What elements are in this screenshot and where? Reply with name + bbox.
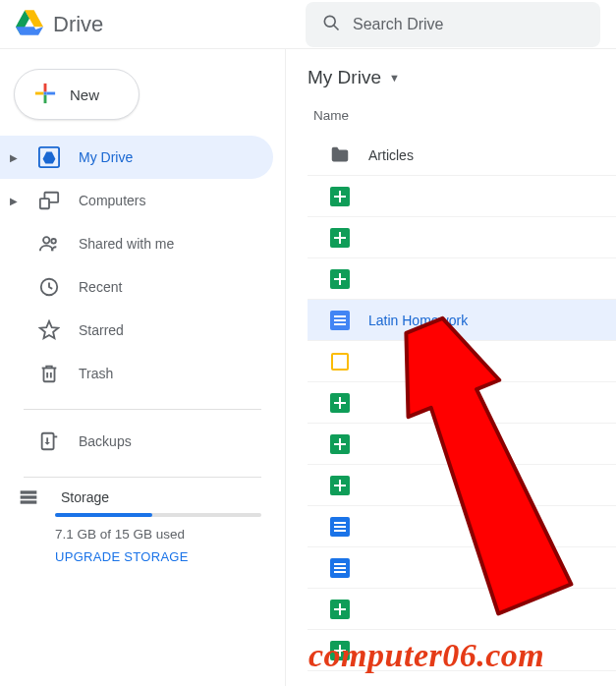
chevron-down-icon: ▼ [389,72,400,84]
storage-usage-text: 7.1 GB of 15 GB used [55,527,261,542]
file-row[interactable] [308,465,616,506]
docs-icon [329,516,351,538]
svg-marker-3 [16,27,38,34]
sidebar-item-label: My Drive [79,149,133,165]
sheets-icon [329,640,351,661]
sidebar-item-label: Shared with me [79,236,174,252]
sheets-icon [329,599,351,620]
search-icon [321,13,341,35]
sheets-icon [329,475,351,496]
sheets-icon [329,227,351,249]
folder-icon [329,144,351,166]
file-row[interactable]: Articles [308,135,616,176]
sidebar-item-label: Trash [79,366,113,381]
column-header-name[interactable]: Name [308,108,616,123]
sidebar-item-label: Backups [79,433,132,449]
sidebar-item-backups[interactable]: Backups [0,420,273,463]
storage-title: Storage [61,489,109,505]
sidebar-item-trash[interactable]: Trash [0,352,273,395]
file-row[interactable] [308,506,616,547]
drive-logo-icon [16,10,43,38]
divider [24,409,261,410]
sheets-icon [329,392,351,414]
svg-rect-7 [44,83,47,91]
drive-boxed-icon [37,145,61,169]
svg-line-6 [334,26,339,30]
new-button-label: New [70,86,99,103]
svg-rect-15 [40,199,49,208]
svg-rect-23 [21,500,37,503]
svg-rect-11 [44,91,47,94]
sidebar-item-label: Recent [79,279,122,295]
sidebar-item-computers[interactable]: ▶ Computers [0,179,273,222]
file-row[interactable] [308,341,616,382]
file-row[interactable] [308,630,616,671]
svg-rect-10 [46,91,55,94]
file-row[interactable] [308,589,616,630]
storage-fill [55,513,152,517]
docs-icon [329,310,351,331]
sidebar-item-storage[interactable]: Storage [0,487,285,507]
svg-rect-22 [21,495,37,498]
storage-block: 7.1 GB of 15 GB used UPGRADE STORAGE [0,507,285,564]
svg-marker-19 [40,321,58,338]
sheets-icon [329,186,351,207]
file-row-label: Articles [368,147,414,163]
sidebar-item-starred[interactable]: Starred [0,309,273,352]
storage-icon [18,487,39,507]
svg-rect-21 [21,490,37,493]
file-row[interactable] [308,258,616,300]
sheets-icon [329,268,351,290]
file-list: ArticlesLatin Homework [308,135,616,671]
svg-marker-13 [43,152,56,164]
file-row[interactable] [308,424,616,465]
sidebar: New ▶ My Drive ▶ Computers [0,49,285,686]
sidebar-item-label: Starred [79,322,124,338]
sidebar-item-label: Computers [79,193,145,208]
search-bar[interactable]: Search Drive [306,2,600,47]
shared-icon [37,232,61,256]
trash-icon [37,362,61,385]
backups-icon [37,429,61,453]
file-row[interactable] [308,547,616,589]
file-row[interactable] [308,382,616,424]
sidebar-item-my-drive[interactable]: ▶ My Drive [0,136,273,179]
upgrade-storage-link[interactable]: UPGRADE STORAGE [55,549,261,564]
svg-rect-9 [35,91,44,94]
star-icon [37,318,61,342]
svg-point-5 [324,16,335,27]
file-row-label: Latin Homework [368,313,468,328]
svg-point-17 [51,239,56,244]
chevron-right-icon: ▶ [8,196,20,206]
brand-title: Drive [53,12,103,37]
sidebar-nav: ▶ My Drive ▶ Computers Shared with me [0,136,285,395]
clock-icon [37,275,61,299]
storage-bar [55,513,261,517]
svg-point-16 [43,237,49,243]
search-placeholder: Search Drive [353,16,443,33]
slides-icon [329,351,351,372]
sidebar-item-recent[interactable]: Recent [0,265,273,309]
chevron-right-icon: ▶ [8,152,20,163]
sidebar-item-shared[interactable]: Shared with me [0,222,273,265]
file-row[interactable] [308,176,616,217]
plus-icon [32,81,58,109]
logo-area: Drive [16,10,103,38]
docs-icon [329,557,351,579]
header: Drive Search Drive [0,0,616,49]
breadcrumb[interactable]: My Drive ▼ [308,67,616,88]
svg-rect-8 [44,94,47,103]
new-button[interactable]: New [14,69,140,120]
main-content: My Drive ▼ Name ArticlesLatin Homework [285,49,616,686]
file-row[interactable]: Latin Homework [308,300,616,341]
breadcrumb-label: My Drive [308,67,381,88]
divider [24,477,261,478]
file-row[interactable] [308,217,616,258]
computers-icon [37,189,61,212]
sheets-icon [329,433,351,455]
